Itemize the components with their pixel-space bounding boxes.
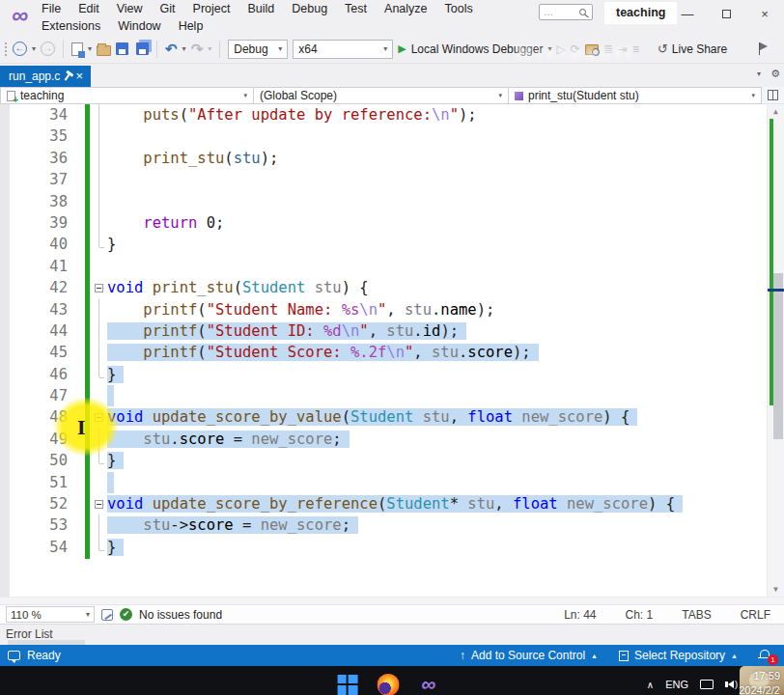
new-file-button[interactable] xyxy=(71,42,83,56)
debug-target-caret[interactable]: ▾ xyxy=(547,44,551,53)
error-list-panel[interactable]: Error List xyxy=(0,624,784,645)
line-number[interactable]: 46 xyxy=(0,364,68,385)
line-number[interactable]: 40 xyxy=(0,234,68,255)
back-dropdown-caret[interactable]: ▾ xyxy=(32,44,36,53)
menu-edit[interactable]: Edit xyxy=(70,0,108,17)
notifications-button[interactable]: 1 xyxy=(759,648,776,663)
open-file-button[interactable] xyxy=(97,45,111,56)
line-number[interactable]: 41 xyxy=(0,256,68,277)
line-number[interactable]: 51 xyxy=(0,472,68,493)
solution-configuration-dropdown[interactable]: Debug▾ xyxy=(228,40,288,59)
line-ending-indicator[interactable]: CRLF xyxy=(741,608,770,622)
tab-run-app-c[interactable]: run_app.c × xyxy=(0,66,91,87)
code-line[interactable]: 40} xyxy=(0,234,767,255)
new-file-caret[interactable]: ▾ xyxy=(88,44,92,53)
line-number[interactable]: 42 xyxy=(0,277,68,298)
menu-help[interactable]: Help xyxy=(170,17,212,35)
split-window-icon[interactable] xyxy=(768,90,778,100)
pin-tab-icon[interactable] xyxy=(65,72,71,81)
find-in-files-button[interactable] xyxy=(585,44,599,55)
collapse-region-icon[interactable] xyxy=(92,277,107,298)
menu-window[interactable]: Window xyxy=(109,17,169,35)
start-button[interactable] xyxy=(335,670,360,695)
menu-extensions[interactable]: Extensions xyxy=(33,17,109,35)
line-number[interactable]: 50 xyxy=(0,450,68,471)
zoom-level-dropdown[interactable]: 110 % ▾ xyxy=(6,606,95,623)
add-to-source-control-button[interactable]: ↑ Add to Source Control ▲ xyxy=(460,649,598,662)
document-options-icon[interactable]: ⚙ xyxy=(770,68,780,80)
collapse-minus-icon[interactable] xyxy=(95,500,103,509)
line-number[interactable]: 39 xyxy=(0,212,68,234)
code-line[interactable]: 36 print_stu(stu); xyxy=(0,148,767,169)
clock[interactable]: 17:59 2024/2/2 xyxy=(739,669,780,695)
save-all-button[interactable] xyxy=(136,42,149,55)
toolbar-grip[interactable] xyxy=(4,42,8,57)
code-line[interactable]: 41 xyxy=(0,256,767,277)
column-indicator[interactable]: Ch: 1 xyxy=(626,608,654,622)
code-line[interactable]: 35 xyxy=(0,125,767,147)
close-tab-icon[interactable]: × xyxy=(75,70,83,82)
scroll-up-icon[interactable]: ▲ xyxy=(768,107,784,116)
visual-studio-taskbar-button[interactable]: ∞ xyxy=(416,670,441,695)
line-number[interactable]: 47 xyxy=(0,385,68,406)
horizontal-scrollbar[interactable] xyxy=(0,597,784,604)
code-line[interactable]: 49 stu.score = new_score; xyxy=(0,429,767,450)
line-number[interactable]: 34 xyxy=(0,104,68,125)
navigate-back-button[interactable]: ← xyxy=(13,42,27,56)
line-number[interactable]: 44 xyxy=(0,320,68,342)
code-line[interactable]: 39 return 0; xyxy=(0,212,767,234)
code-line[interactable]: 53 stu->score = new_score; xyxy=(0,514,767,536)
collapse-minus-icon[interactable] xyxy=(95,413,103,422)
code-line[interactable]: 50} xyxy=(0,450,767,471)
redo-button[interactable]: ↷ xyxy=(191,42,204,56)
close-button[interactable]: × xyxy=(745,0,784,27)
live-share-button[interactable]: ↺ Live Share xyxy=(658,42,727,56)
code-line[interactable]: 37 xyxy=(0,169,767,190)
collapse-region-icon[interactable] xyxy=(92,493,107,514)
code-line[interactable]: 45 printf("Student Score: %.2f\n", stu.s… xyxy=(0,342,767,363)
menu-test[interactable]: Test xyxy=(336,0,376,17)
feedback-bubble-icon[interactable] xyxy=(8,651,20,660)
collapse-region-icon[interactable] xyxy=(92,406,107,428)
tray-chevron-icon[interactable]: ∧ xyxy=(647,680,654,690)
start-debugging-button[interactable]: Local Windows Debugger xyxy=(411,42,544,56)
code-line[interactable]: 47 xyxy=(0,385,767,406)
menu-file[interactable]: File xyxy=(33,0,70,17)
code-line[interactable]: 54} xyxy=(0,537,767,558)
code-line[interactable]: 42void print_stu(Student stu) { xyxy=(0,277,767,298)
line-number[interactable]: 37 xyxy=(0,169,68,190)
code-editor[interactable]: 34 puts("After update by reference:\n");… xyxy=(0,104,784,597)
code-line[interactable]: 52void update_score_by_reference(Student… xyxy=(0,493,767,514)
solution-platform-dropdown[interactable]: x64▾ xyxy=(293,40,393,59)
volume-button[interactable]: ) xyxy=(725,680,738,689)
health-indicator-icon[interactable] xyxy=(101,609,113,621)
select-repository-button[interactable]: Select Repository ▲ xyxy=(619,649,738,662)
menu-view[interactable]: View xyxy=(108,0,152,17)
member-dropdown[interactable]: print_stu(Student stu) ▾ xyxy=(509,87,762,104)
scope-dropdown[interactable]: (Global Scope) ▾ xyxy=(254,87,509,104)
menu-analyze[interactable]: Analyze xyxy=(376,0,435,17)
restore-button[interactable] xyxy=(707,0,745,27)
code-line[interactable]: 43 printf("Student Name: %s\n", stu.name… xyxy=(0,299,767,320)
quick-search-box[interactable]: … xyxy=(539,4,593,20)
collapse-minus-icon[interactable] xyxy=(95,284,103,292)
line-number[interactable]: 53 xyxy=(0,514,68,536)
menu-tools[interactable]: Tools xyxy=(436,0,482,17)
language-indicator[interactable]: ENG xyxy=(665,679,688,690)
start-without-debugging-icon[interactable]: ▷ xyxy=(556,42,565,56)
menu-debug[interactable]: Debug xyxy=(283,0,336,17)
line-number[interactable]: 45 xyxy=(0,342,68,363)
firefox-taskbar-button[interactable] xyxy=(376,670,401,695)
tab-list-caret[interactable]: ▾ xyxy=(757,70,761,78)
line-number[interactable]: 48 xyxy=(0,406,68,428)
project-dropdown[interactable]: teaching ▾ xyxy=(0,87,254,104)
line-number[interactable]: 54 xyxy=(0,537,68,558)
scroll-down-icon[interactable]: ▼ xyxy=(768,585,784,594)
feedback-flag-icon[interactable] xyxy=(759,42,768,55)
code-line[interactable]: 44 printf("Student ID: %d\n", stu.id); xyxy=(0,320,767,342)
start-debugging-icon[interactable]: ▶ xyxy=(398,42,406,55)
vertical-scrollbar[interactable]: ▲ ▼ xyxy=(767,104,784,597)
save-button[interactable] xyxy=(116,42,128,55)
code-line[interactable]: 48void update_score_by_value(Student stu… xyxy=(0,406,767,428)
line-number[interactable]: 36 xyxy=(0,148,68,169)
